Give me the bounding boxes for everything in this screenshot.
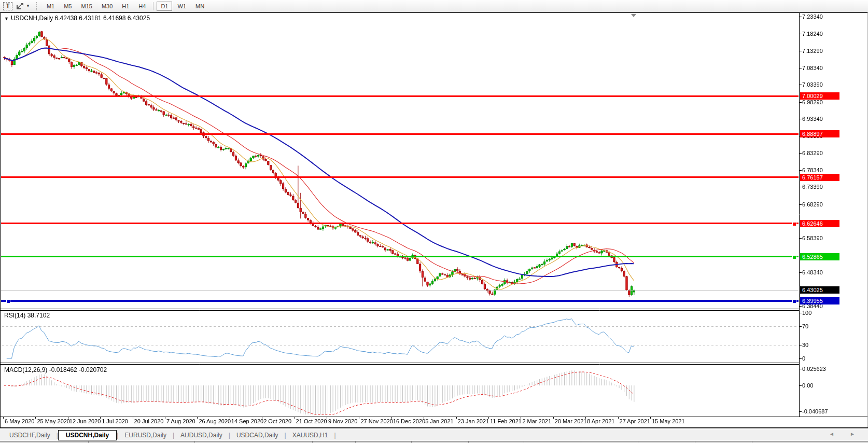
tab-usdcad-daily[interactable]: USDCAD,Daily — [230, 431, 285, 440]
price-axis-label: 6.68290 — [802, 201, 823, 207]
date-axis-label: 1 Jul 2020 — [102, 418, 128, 424]
hline-price-badge: 6.52865 — [800, 253, 839, 260]
toolbar-separator — [153, 2, 153, 10]
chart-canvas[interactable] — [0, 0, 868, 443]
price-axis-label: 7.03390 — [802, 81, 823, 88]
support-resistance-line[interactable] — [1, 300, 799, 302]
timeframe-button-m1[interactable]: M1 — [43, 2, 59, 11]
tabs-scroll-right-button[interactable]: ► — [848, 431, 857, 437]
chart-title[interactable]: ▼USDCNH,Daily 6.42438 6.43181 6.41698 6.… — [4, 15, 150, 22]
symbol-tabbar: USDCHF,Daily|USDCNH,Daily|EURUSD,Daily|A… — [0, 428, 868, 441]
date-axis-label: 21 Oct 2020 — [296, 418, 327, 424]
timeframe-button-m15[interactable]: M15 — [77, 2, 96, 11]
support-resistance-line[interactable] — [1, 223, 799, 224]
timeframe-button-m5[interactable]: M5 — [60, 2, 76, 11]
support-resistance-line[interactable] — [1, 176, 799, 178]
rsi-scale-label: 70 — [802, 323, 808, 329]
date-axis-label: 26 Aug 2020 — [199, 418, 231, 424]
price-axis-label: 7.18240 — [802, 31, 823, 37]
chart-title-dropdown-icon[interactable]: ▼ — [4, 16, 9, 21]
hline-price-badge: 7.00029 — [800, 92, 839, 100]
date-axis-label: 8 Apr 2021 — [587, 418, 614, 424]
macd-scale-label: 0.025623 — [802, 366, 826, 372]
tab-separator: | — [334, 432, 335, 439]
text-tool-button[interactable]: T — [2, 1, 13, 11]
toolbar-grip — [36, 2, 39, 10]
price-axis-label: 6.93340 — [802, 116, 823, 122]
timeframe-button-mn[interactable]: MN — [191, 2, 208, 11]
arrow-objects-button[interactable]: ▼ — [16, 1, 31, 11]
text-tool-icon: T — [3, 2, 12, 10]
price-axis-label: 6.58390 — [802, 235, 823, 241]
date-axis-label: 16 Dec 2020 — [393, 418, 425, 424]
chart-symbol-period: USDCNH,Daily — [11, 15, 53, 22]
tab-audusd-daily[interactable]: AUDUSD,Daily — [174, 431, 229, 440]
rsi-name: RSI(14) — [4, 312, 25, 319]
line-handle[interactable] — [792, 255, 796, 259]
date-axis-label: 12 Jun 2020 — [69, 418, 101, 424]
top-toolbar: T ▼ M1M5M15M30H1H4D1W1MN — [0, 0, 868, 12]
price-axis-label: 6.83290 — [802, 150, 823, 156]
date-axis-label: 27 Nov 2020 — [360, 418, 393, 424]
current-price-badge: 6.43025 — [800, 286, 839, 294]
timeframe-button-h4[interactable]: H4 — [134, 2, 150, 11]
price-axis-label: 7.13290 — [802, 48, 823, 54]
trading-platform: { "toolbar": { "text_tool_label": "T", "… — [0, 0, 868, 443]
price-axis-label: 6.78340 — [802, 167, 823, 173]
rsi-scale-label: 0 — [802, 355, 805, 362]
price-axis-label: 6.48340 — [802, 269, 823, 275]
hline-price-badge: 6.39955 — [800, 297, 839, 304]
macd-values: -0.018462 -0.020702 — [49, 366, 107, 373]
price-axis-label: 7.23340 — [802, 13, 823, 20]
tab-xauusd-h1[interactable]: XAUUSD,H1 — [286, 431, 334, 440]
date-axis-label: 9 Nov 2020 — [328, 418, 357, 424]
rsi-value: 38.7102 — [27, 312, 50, 319]
price-axis-label: 6.73390 — [802, 184, 823, 190]
date-axis-label: 6 May 2020 — [5, 418, 34, 424]
date-axis-label: 25 May 2020 — [37, 418, 70, 424]
macd-indicator-label: MACD(12,26,9) -0.018462 -0.020702 — [4, 366, 107, 373]
tab-usdchf-daily[interactable]: USDCHF,Daily — [3, 431, 57, 440]
date-axis-label: 20 Jul 2020 — [134, 418, 164, 424]
line-handle[interactable] — [792, 299, 796, 303]
date-axis-label: 27 Apr 2021 — [620, 418, 650, 424]
hline-price-badge: 6.76157 — [800, 174, 839, 181]
hline-price-badge: 6.88897 — [800, 130, 839, 137]
hline-price-badge: 6.62646 — [800, 220, 839, 227]
price-axis-label: 7.08340 — [802, 65, 823, 71]
support-resistance-line[interactable] — [1, 95, 799, 97]
line-handle[interactable] — [6, 299, 10, 303]
rsi-indicator-label: RSI(14) 38.7102 — [4, 312, 50, 319]
date-axis-label: 7 Aug 2020 — [166, 418, 195, 424]
timeframe-button-w1[interactable]: W1 — [173, 2, 190, 11]
dropdown-caret-icon[interactable]: ▼ — [26, 4, 30, 8]
bottom-panel-edge — [0, 441, 868, 443]
rsi-scale-label: 100 — [802, 310, 811, 316]
timeframe-button-m30[interactable]: M30 — [97, 2, 117, 11]
tab-eurusd-daily[interactable]: EURUSD,Daily — [118, 431, 173, 440]
date-axis-label: 2 Oct 2020 — [263, 418, 291, 424]
rsi-scale-label: 30 — [802, 342, 808, 348]
macd-name: MACD(12,26,9) — [4, 366, 47, 373]
arrows-icon — [16, 3, 24, 10]
macd-scale-label: -0.040687 — [802, 408, 828, 414]
date-axis-label: 5 Jan 2021 — [425, 418, 453, 424]
current-price-line — [1, 290, 799, 290]
timeframe-button-d1[interactable]: D1 — [157, 2, 172, 11]
date-axis-label: 15 May 2021 — [652, 418, 685, 424]
date-axis-label: 2 Mar 2021 — [522, 418, 551, 424]
price-axis-label: 6.98290 — [802, 99, 823, 105]
date-axis-label: 11 Feb 2021 — [490, 418, 522, 424]
line-handle[interactable] — [792, 222, 796, 226]
support-resistance-line[interactable] — [1, 133, 799, 135]
timeframe-toolbar: M1M5M15M30H1H4D1W1MN — [42, 2, 209, 11]
date-axis-label: 20 Mar 2021 — [555, 418, 587, 424]
tabs-scroll-left-button[interactable]: ◄ — [828, 431, 836, 437]
date-axis-label: 14 Sep 2020 — [231, 418, 263, 424]
support-resistance-line[interactable] — [1, 256, 799, 257]
date-axis-label: 23 Jan 2021 — [458, 418, 489, 424]
timeframe-button-h1[interactable]: H1 — [118, 2, 133, 11]
macd-scale-label: 0.00 — [802, 382, 813, 389]
chart-ohlc-values: 6.42438 6.43181 6.41698 6.43025 — [55, 15, 150, 22]
tab-usdcnh-daily[interactable]: USDCNH,Daily — [58, 430, 117, 440]
